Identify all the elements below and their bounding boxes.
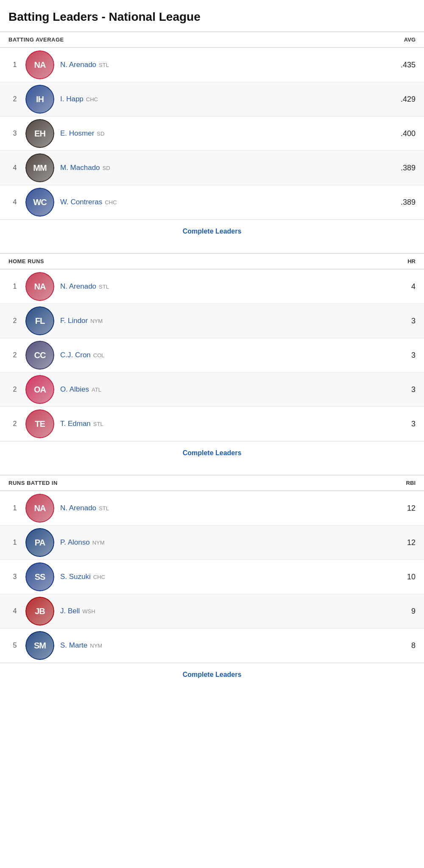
- complete-leaders-link-runs-batted-in[interactable]: Complete Leaders: [183, 671, 242, 679]
- player-name[interactable]: C.J. Cron: [60, 351, 91, 359]
- player-row[interactable]: 2 FL F. Lindor NYM 3: [0, 304, 424, 338]
- player-row[interactable]: 1 NA N. Arenado STL 4: [0, 270, 424, 304]
- player-stat: 4: [394, 282, 416, 291]
- player-avatar: PA: [25, 528, 54, 557]
- player-stat: 12: [394, 538, 416, 547]
- player-stat: .389: [394, 198, 416, 207]
- player-team: NYM: [92, 540, 105, 546]
- player-name[interactable]: J. Bell: [60, 607, 80, 615]
- player-row[interactable]: 1 NA N. Arenado STL .435: [0, 48, 424, 82]
- player-stat: 12: [394, 504, 416, 513]
- player-stat: .435: [394, 61, 416, 70]
- player-row[interactable]: 3 EH E. Hosmer SD .400: [0, 117, 424, 151]
- player-name[interactable]: N. Arenado: [60, 504, 96, 512]
- player-info: I. Happ CHC: [60, 95, 394, 103]
- player-name[interactable]: P. Alonso: [60, 538, 90, 547]
- player-row[interactable]: 5 SM S. Marte NYM 8: [0, 629, 424, 663]
- player-info: M. Machado SD: [60, 164, 394, 172]
- player-rank: 5: [8, 642, 21, 649]
- player-info: N. Arenado STL: [60, 504, 394, 512]
- player-avatar: IH: [25, 85, 54, 114]
- section-header-runs-batted-in: RUNS BATTED IN RBI: [0, 475, 424, 491]
- player-avatar: NA: [25, 494, 54, 523]
- player-rank: 1: [8, 504, 21, 512]
- player-info: F. Lindor NYM: [60, 317, 394, 325]
- player-name[interactable]: W. Contreras: [60, 198, 102, 206]
- player-info: T. Edman STL: [60, 420, 394, 428]
- player-stat: 10: [394, 573, 416, 581]
- player-row[interactable]: 2 OA O. Albies ATL 3: [0, 373, 424, 407]
- player-stat: .429: [394, 95, 416, 104]
- complete-leaders-row-runs-batted-in: Complete Leaders: [0, 663, 424, 686]
- player-team: SD: [97, 131, 104, 137]
- player-info: S. Marte NYM: [60, 641, 394, 650]
- player-rank: 1: [8, 283, 21, 290]
- player-stat: 3: [394, 351, 416, 360]
- player-team: SD: [103, 165, 110, 171]
- player-avatar: NA: [25, 272, 54, 301]
- player-rank: 2: [8, 95, 21, 103]
- player-stat: 3: [394, 317, 416, 326]
- player-name[interactable]: S. Suzuki: [60, 573, 91, 581]
- player-info: S. Suzuki CHC: [60, 573, 394, 581]
- player-rank: 2: [8, 351, 21, 359]
- player-rank: 4: [8, 164, 21, 172]
- player-name[interactable]: F. Lindor: [60, 317, 88, 325]
- player-stat: 3: [394, 420, 416, 428]
- player-avatar: MM: [25, 153, 54, 182]
- player-name[interactable]: S. Marte: [60, 641, 87, 650]
- complete-leaders-link-home-runs[interactable]: Complete Leaders: [183, 449, 242, 457]
- player-row[interactable]: 4 WC W. Contreras CHC .389: [0, 185, 424, 220]
- complete-leaders-link-batting-average[interactable]: Complete Leaders: [183, 228, 242, 235]
- player-row[interactable]: 4 MM M. Machado SD .389: [0, 151, 424, 185]
- complete-leaders-row-home-runs: Complete Leaders: [0, 441, 424, 465]
- player-name[interactable]: N. Arenado: [60, 61, 96, 69]
- section-batting-average: BATTING AVERAGE AVG 1 NA N. Arenado STL …: [0, 31, 424, 243]
- player-team: STL: [99, 62, 109, 68]
- player-team: STL: [99, 284, 109, 290]
- section-label-home-runs: HOME RUNS: [8, 258, 44, 264]
- player-avatar: CC: [25, 341, 54, 370]
- player-info: O. Albies ATL: [60, 385, 394, 394]
- player-stat: 8: [394, 641, 416, 650]
- player-stat: 9: [394, 607, 416, 616]
- player-team: NYM: [90, 643, 102, 649]
- player-row[interactable]: 3 SS S. Suzuki CHC 10: [0, 560, 424, 594]
- player-team: CHC: [86, 96, 98, 103]
- section-runs-batted-in: RUNS BATTED IN RBI 1 NA N. Arenado STL 1…: [0, 475, 424, 686]
- player-row[interactable]: 1 NA N. Arenado STL 12: [0, 491, 424, 526]
- section-header-home-runs: HOME RUNS HR: [0, 253, 424, 270]
- player-team: WSH: [82, 608, 95, 615]
- player-rank: 4: [8, 198, 21, 206]
- player-row[interactable]: 2 CC C.J. Cron COL 3: [0, 338, 424, 373]
- complete-leaders-row-batting-average: Complete Leaders: [0, 220, 424, 243]
- player-avatar: EH: [25, 119, 54, 148]
- player-info: W. Contreras CHC: [60, 198, 394, 206]
- section-header-batting-average: BATTING AVERAGE AVG: [0, 31, 424, 48]
- player-row[interactable]: 1 PA P. Alonso NYM 12: [0, 526, 424, 560]
- player-team: STL: [99, 505, 109, 512]
- player-row[interactable]: 2 IH I. Happ CHC .429: [0, 82, 424, 117]
- player-avatar: OA: [25, 375, 54, 404]
- player-stat: .389: [394, 164, 416, 172]
- player-info: P. Alonso NYM: [60, 538, 394, 547]
- player-team: STL: [93, 421, 103, 427]
- player-name[interactable]: M. Machado: [60, 164, 100, 172]
- player-info: E. Hosmer SD: [60, 129, 394, 138]
- player-row[interactable]: 2 TE T. Edman STL 3: [0, 407, 424, 441]
- player-avatar: SS: [25, 562, 54, 591]
- player-name[interactable]: I. Happ: [60, 95, 84, 103]
- section-label-batting-average: BATTING AVERAGE: [8, 36, 64, 43]
- player-rank: 3: [8, 573, 21, 581]
- player-avatar: SM: [25, 631, 54, 660]
- page-title: Batting Leaders - National League: [0, 0, 424, 31]
- player-rank: 2: [8, 420, 21, 428]
- player-name[interactable]: O. Albies: [60, 385, 89, 394]
- player-rank: 2: [8, 386, 21, 393]
- player-avatar: WC: [25, 188, 54, 217]
- player-name[interactable]: N. Arenado: [60, 282, 96, 291]
- player-row[interactable]: 4 JB J. Bell WSH 9: [0, 594, 424, 629]
- player-name[interactable]: T. Edman: [60, 420, 91, 428]
- section-stat-label-home-runs: HR: [407, 258, 416, 264]
- player-name[interactable]: E. Hosmer: [60, 129, 94, 138]
